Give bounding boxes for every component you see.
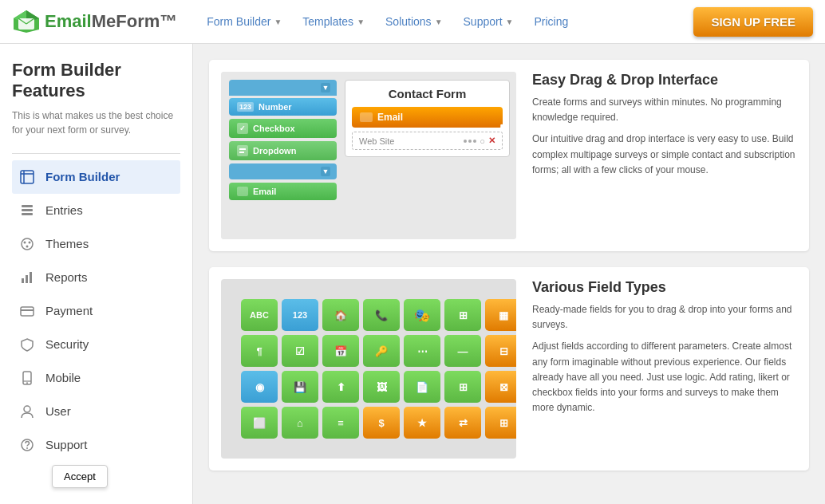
nav-form-builder[interactable]: Form Builder ▼: [197, 10, 291, 33]
sidebar-themes-label: Themes: [45, 237, 89, 250]
ft-grid4: ⊞: [444, 371, 481, 403]
ft-home: 🏠: [322, 299, 359, 331]
dragging-email-field: Email ↖: [352, 107, 503, 128]
email-field-icon: [360, 112, 373, 122]
drag-drop-title: Easy Drag & Drop Interface: [532, 72, 797, 89]
checkbox-badge: ✓: [237, 123, 248, 134]
field-list: 123 Number ✓ Checkbox D: [229, 98, 337, 200]
sidebar-user-label: User: [45, 404, 71, 418]
sidebar-title: Form Builder Features: [12, 60, 180, 102]
number-field-btn[interactable]: 123 Number: [229, 98, 337, 116]
ft-box: ⬜: [241, 407, 278, 439]
ft-star: ★: [404, 407, 440, 439]
svg-rect-17: [26, 275, 28, 283]
ft-photo: 🖼: [363, 371, 400, 403]
checkbox-field-btn[interactable]: ✓ Checkbox: [229, 119, 337, 138]
email-icon: [237, 187, 248, 196]
svg-point-26: [26, 447, 28, 449]
ft-dollar: $: [363, 407, 400, 439]
sidebar-divider: [12, 153, 180, 154]
ft-grid5: ⊞: [485, 407, 516, 439]
ft-save: 💾: [282, 371, 318, 403]
nav-solutions-arrow: ▼: [435, 18, 443, 26]
sidebar-item-support[interactable]: Support: [12, 428, 180, 462]
reports-icon: [18, 269, 36, 286]
sidebar-item-themes[interactable]: Themes: [12, 227, 180, 261]
ft-para: ¶: [241, 335, 278, 367]
nav-links: Form Builder ▼ Templates ▼ Solutions ▼ S…: [197, 10, 689, 33]
sidebar-mobile-label: Mobile: [45, 371, 81, 384]
signup-button[interactable]: SIGN UP FREE: [693, 7, 813, 37]
ft-123: 123: [282, 299, 318, 331]
sidebar-item-payment[interactable]: Payment: [12, 294, 180, 328]
svg-rect-6: [21, 171, 34, 183]
svg-point-23: [26, 382, 28, 384]
nav-support[interactable]: Support ▼: [454, 10, 523, 33]
sidebar-item-reports[interactable]: Reports: [12, 261, 180, 294]
svg-point-24: [24, 406, 30, 412]
sidebar-description: This is what makes us the best choice fo…: [12, 108, 180, 137]
form-preview-title: Contact Form: [352, 87, 503, 100]
svg-point-15: [26, 245, 29, 247]
ft-grid2: ⊞: [444, 299, 481, 331]
ft-doc: 📄: [404, 371, 440, 403]
support-icon-sidebar: [18, 436, 36, 454]
ft-divider: —: [444, 335, 481, 367]
ft-check: ☑: [282, 335, 318, 367]
sidebar-item-user[interactable]: User: [12, 395, 180, 428]
row-delete-icon: ✕: [488, 136, 495, 146]
sidebar-item-entries[interactable]: Entries: [12, 194, 180, 227]
drag-cursor: ↖: [499, 120, 509, 136]
ft-abc: ABC: [241, 299, 278, 331]
field-types-title: Various Field Types: [532, 279, 797, 296]
nav-templates[interactable]: Templates ▼: [293, 10, 374, 33]
svg-point-13: [24, 241, 26, 243]
feature-card-field-types: ABC 123 🏠 📞 🎭 ⊞ ▦ ¶ ☑ 📅 🔑 ⋯ — ⊟ ◉: [209, 267, 809, 471]
sidebar-item-mobile[interactable]: Mobile: [12, 361, 180, 395]
sidebar-item-security[interactable]: Security: [12, 328, 180, 361]
logo[interactable]: EmailMeForm™: [12, 7, 177, 36]
ft-table: ▦: [485, 299, 516, 331]
nav-form-builder-arrow: ▼: [274, 18, 282, 26]
sidebar-reports-label: Reports: [45, 270, 88, 284]
themes-icon: [18, 235, 36, 253]
svg-rect-16: [22, 278, 24, 283]
sidebar-support-label: Support: [45, 438, 88, 451]
nav-solutions[interactable]: Solutions ▼: [376, 10, 452, 33]
dropdown-badge: [237, 145, 248, 156]
drag-drop-body: Create forms and surveys within minutes.…: [532, 95, 797, 178]
ft-list: ≡: [322, 407, 359, 439]
entries-icon: [18, 202, 36, 219]
logo-text: EmailMeForm™: [45, 11, 177, 32]
svg-rect-11: [22, 213, 33, 215]
logo-icon: [12, 7, 41, 36]
user-icon: [18, 403, 36, 420]
row-dots: [464, 140, 476, 143]
field-types-body: Ready-made fields for you to drag & drop…: [532, 302, 797, 415]
email-field-btn[interactable]: Email: [229, 183, 337, 200]
sidebar-security-label: Security: [45, 337, 89, 351]
website-field-row: Web Site ○ ✕: [352, 132, 503, 150]
drag-drop-visual: ▼ 123 Number ✓ Checkbox: [221, 72, 516, 239]
svg-point-12: [22, 238, 33, 250]
sidebar-item-form-builder[interactable]: Form Builder: [12, 160, 180, 194]
main-layout: Form Builder Features This is what makes…: [0, 44, 825, 504]
sidebar: Form Builder Features This is what makes…: [0, 44, 193, 504]
ft-cal: 📅: [322, 335, 359, 367]
dropdown-field-btn[interactable]: Dropdown: [229, 141, 337, 160]
security-icon: [18, 336, 36, 353]
feature-card-drag-drop: ▼ 123 Number ✓ Checkbox: [209, 60, 809, 251]
sidebar-form-builder-label: Form Builder: [45, 170, 120, 183]
mobile-icon: [18, 369, 36, 387]
drag-drop-text: Easy Drag & Drop Interface Create forms …: [532, 72, 797, 239]
svg-rect-28: [239, 152, 244, 153]
nav-pricing[interactable]: Pricing: [524, 10, 578, 33]
fb-panel-arrow2: ▼: [321, 167, 330, 176]
payment-icon: [18, 302, 36, 320]
ft-table2: ⊠: [485, 371, 516, 403]
fb-field-panel: ▼ 123 Number ✓ Checkbox: [229, 80, 337, 200]
accept-button[interactable]: Accept: [52, 465, 108, 488]
form-preview: Contact Form Email ↖ Web Site: [345, 80, 510, 157]
number-badge: 123: [237, 102, 254, 112]
ft-swap: ⇄: [444, 407, 481, 439]
